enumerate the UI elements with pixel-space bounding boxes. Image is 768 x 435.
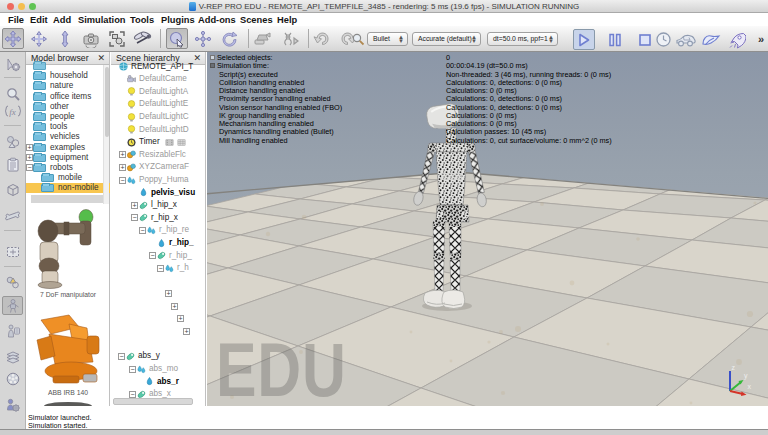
svg-text:fx: fx — [9, 106, 16, 116]
svg-text:x: x — [748, 383, 752, 390]
svg-text:z: z — [732, 364, 736, 371]
svg-text:y: y — [744, 372, 748, 380]
